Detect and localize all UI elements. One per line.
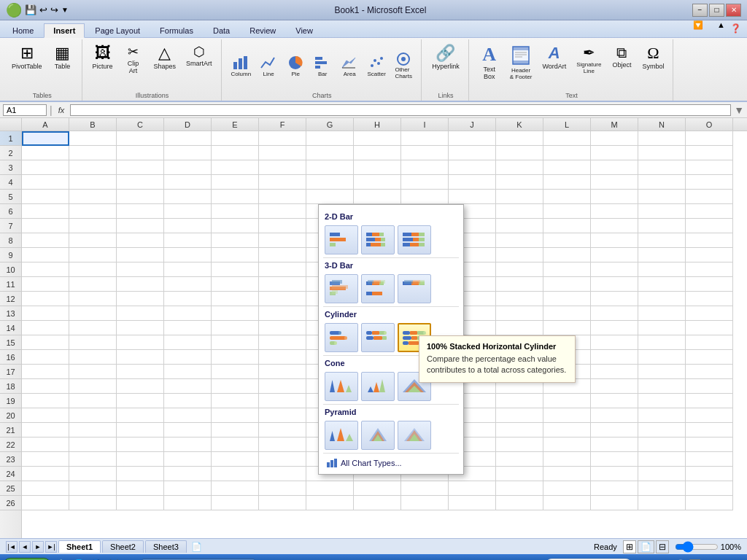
expand-formula-bar[interactable]: ▼ [734, 104, 744, 116]
cell-C17[interactable] [117, 365, 164, 379]
cell-M10[interactable] [591, 262, 638, 277]
cell-B16[interactable] [69, 350, 117, 365]
cell-A12[interactable] [22, 292, 69, 306]
cell-H2[interactable] [354, 146, 401, 160]
quick-access-more[interactable]: ▼ [61, 6, 69, 14]
cell-L20[interactable] [543, 408, 591, 423]
cell-A3[interactable] [22, 160, 69, 175]
tab-view[interactable]: View [286, 23, 322, 37]
cell-B2[interactable] [69, 146, 117, 160]
tab-pagelayout[interactable]: Page Layout [85, 23, 150, 37]
cell-A16[interactable] [22, 350, 69, 365]
cell-C15[interactable] [117, 335, 164, 350]
header-footer-button[interactable]: Header& Footer [506, 42, 537, 83]
cell-O26[interactable] [686, 496, 733, 510]
cell-M23[interactable] [591, 452, 638, 467]
cell-I25[interactable] [401, 481, 449, 496]
tab-formulas[interactable]: Formulas [150, 23, 203, 37]
cell-D10[interactable] [164, 262, 212, 277]
cell-O9[interactable] [686, 248, 733, 262]
cell-N25[interactable] [638, 481, 686, 496]
cell-B18[interactable] [69, 379, 117, 394]
cell-E11[interactable] [212, 277, 259, 292]
cell-F24[interactable] [259, 467, 306, 481]
cell-O6[interactable] [686, 204, 733, 219]
cell-N24[interactable] [638, 467, 686, 481]
cell-D15[interactable] [164, 335, 212, 350]
cell-B22[interactable] [69, 438, 117, 452]
cell-M13[interactable] [591, 306, 638, 321]
column-chart-button[interactable]: Column [228, 52, 255, 79]
cell-L1[interactable] [543, 131, 591, 146]
cell-D24[interactable] [164, 467, 212, 481]
shapes-button[interactable]: △ Shapes [150, 42, 181, 73]
cell-K13[interactable] [496, 306, 543, 321]
cell-N18[interactable] [638, 379, 686, 394]
cell-C14[interactable] [117, 321, 164, 335]
cell-M8[interactable] [591, 233, 638, 248]
cell-E9[interactable] [212, 248, 259, 262]
100stacked-bar-3d-button[interactable] [398, 274, 431, 303]
cell-O23[interactable] [686, 452, 733, 467]
cell-E13[interactable] [212, 306, 259, 321]
stacked-bar-3d-button[interactable] [361, 274, 395, 303]
formula-input[interactable] [70, 104, 731, 116]
cell-O11[interactable] [686, 277, 733, 292]
cell-M21[interactable] [591, 423, 638, 438]
add-sheet-icon[interactable]: 📄 [191, 542, 202, 552]
cell-C26[interactable] [117, 496, 164, 510]
cell-M22[interactable] [591, 438, 638, 452]
cell-K8[interactable] [496, 233, 543, 248]
cell-G1[interactable] [306, 131, 354, 146]
tab-review[interactable]: Review [240, 23, 285, 37]
cell-D7[interactable] [164, 219, 212, 233]
col-header-J[interactable]: J [449, 118, 496, 131]
col-header-I[interactable]: I [401, 118, 449, 131]
cell-I5[interactable] [401, 190, 449, 204]
cell-L4[interactable] [543, 175, 591, 190]
cell-D17[interactable] [164, 365, 212, 379]
cell-O21[interactable] [686, 423, 733, 438]
cell-G25[interactable] [306, 481, 354, 496]
cell-F2[interactable] [259, 146, 306, 160]
cell-N4[interactable] [638, 175, 686, 190]
cell-D23[interactable] [164, 452, 212, 467]
cell-F1[interactable] [259, 131, 306, 146]
cell-E3[interactable] [212, 160, 259, 175]
cell-D13[interactable] [164, 306, 212, 321]
cell-C22[interactable] [117, 438, 164, 452]
page-break-view-button[interactable]: ⊟ [656, 540, 669, 553]
sheet-nav-first[interactable]: |◄ [6, 541, 18, 553]
cell-E21[interactable] [212, 423, 259, 438]
cell-K2[interactable] [496, 146, 543, 160]
tab-home[interactable]: Home [3, 23, 43, 37]
tab-insert[interactable]: Insert [44, 23, 85, 38]
normal-view-button[interactable]: ⊞ [623, 540, 636, 553]
function-button[interactable]: fx [55, 106, 68, 114]
cell-M5[interactable] [591, 190, 638, 204]
cell-D22[interactable] [164, 438, 212, 452]
cell-E17[interactable] [212, 365, 259, 379]
sheet-tab-sheet3[interactable]: Sheet3 [145, 540, 187, 553]
cell-B20[interactable] [69, 408, 117, 423]
cell-D4[interactable] [164, 175, 212, 190]
bar-chart-button[interactable]: Bar [309, 52, 336, 79]
cell-E25[interactable] [212, 481, 259, 496]
col-header-B[interactable]: B [69, 118, 117, 131]
cell-B1[interactable] [69, 131, 117, 146]
cell-O22[interactable] [686, 438, 733, 452]
cell-L6[interactable] [543, 204, 591, 219]
cell-F5[interactable] [259, 190, 306, 204]
cell-L13[interactable] [543, 306, 591, 321]
cell-E20[interactable] [212, 408, 259, 423]
cell-I3[interactable] [401, 160, 449, 175]
cell-A21[interactable] [22, 423, 69, 438]
cell-A9[interactable] [22, 248, 69, 262]
cell-D18[interactable] [164, 379, 212, 394]
cell-M11[interactable] [591, 277, 638, 292]
cell-D21[interactable] [164, 423, 212, 438]
cell-E7[interactable] [212, 219, 259, 233]
cell-M25[interactable] [591, 481, 638, 496]
cell-N6[interactable] [638, 204, 686, 219]
cell-O17[interactable] [686, 365, 733, 379]
